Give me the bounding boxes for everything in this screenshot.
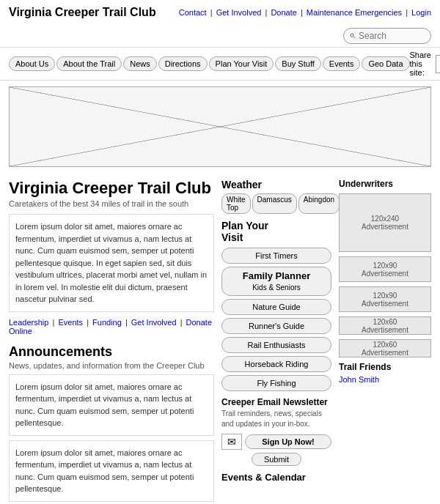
plan-btn-horseback-riding[interactable]: Horseback Riding [221,356,331,372]
site-title: Virginia Creeper Trail Club [9,6,156,19]
announcements-title: Announcements [9,344,214,360]
weather-title: Weather [221,179,331,190]
plan-btn-family-planner[interactable]: Family PlannerKids & Seniors [221,267,331,296]
header-links: Contact | Get Involved | Donate | Mainte… [179,8,431,17]
svg-line-1 [353,37,355,38]
right-column: Underwriters 120x240Advertisement 120x90… [339,179,431,504]
announcement-2: Lorem ipsum dolor sit amet, maiores orna… [9,440,214,502]
left-column: Virginia Creeper Trail Club Caretakers o… [9,179,214,504]
main-content: Virginia Creeper Trail Club Caretakers o… [0,173,440,504]
email-icon: ✉ [221,434,242,450]
plan-btn-first-timers[interactable]: First Timers [221,248,331,264]
plan-btn-runners-guide[interactable]: Runner's Guide [221,318,331,334]
tab-about-us[interactable]: About Us [9,56,55,71]
get-involved-link2[interactable]: Get Involved [131,318,177,327]
nav-tabs: About Us About the Trail News Directions… [9,56,410,71]
plan-btn-nature-guide[interactable]: Nature Guide [221,299,331,315]
events-calendar-title: Events & Calendar [221,472,331,483]
hero-banner [9,86,431,167]
main-body-text: Lorem ipsum dolor sit amet, maiores orna… [9,214,214,312]
share-label: Share this site: [410,51,431,77]
search-input[interactable] [359,31,425,41]
maintenance-link[interactable]: Maintenance Emergencies [307,8,402,17]
trail-friends-title: Trail Friends [339,362,431,372]
login-link[interactable]: Login [411,8,431,17]
main-links-row: Leadership | Events | Funding | Get Invo… [9,318,214,336]
donate-link[interactable]: Donate [271,8,296,17]
announcements-sub: News, updates, and information from the … [9,361,214,370]
main-section-title: Virginia Creeper Trail Club [9,179,214,198]
newsletter-sub: Trail reminders, news, specials and upda… [221,409,331,429]
tab-plan-visit[interactable]: Plan Your Visit [209,56,274,71]
plan-btn-rail-enthusiasts[interactable]: Rail Enthusiasts [221,337,331,353]
share-button[interactable]: ← [436,55,440,73]
tab-geo-data[interactable]: Geo Data [362,56,409,71]
plan-your-visit-title: Plan YourVisit [221,220,331,243]
submit-button[interactable]: Submit [252,453,301,466]
share-section: Share this site: ← [410,51,440,77]
get-involved-link[interactable]: Get Involved [216,8,262,17]
trail-friend-john-smith[interactable]: John Smith [339,375,431,384]
svg-point-0 [351,34,353,37]
main-section-subtitle: Caretakers of the best 34 miles of trail… [9,199,214,208]
ad-120x60-1: 120x60Advertisement [339,316,431,335]
weather-tab-abingdon[interactable]: Abingdon [298,193,340,214]
funding-link[interactable]: Funding [92,318,122,327]
weather-tabs: White Top Damascus Abingdon [221,193,331,214]
ad-120x90-1: 120x90Advertisement [339,256,431,282]
leadership-link[interactable]: Leadership [9,318,48,327]
ad-120x240: 120x240Advertisement [339,193,431,252]
ad-120x60-2: 120x60Advertisement [339,339,431,357]
underwriters-title: Underwriters [339,179,431,189]
tab-about-trail[interactable]: About the Trail [56,56,122,71]
weather-tab-whitetop[interactable]: White Top [221,193,251,214]
header: Virginia Creeper Trail Club Contact | Ge… [0,0,440,25]
tab-directions[interactable]: Directions [158,56,208,71]
search-box [343,28,431,44]
newsletter-signup-row: ✉ Sign Up Now! [221,434,331,450]
newsletter-section: Creeper Email Newsletter Trail reminders… [221,397,331,466]
plan-btn-fly-fishing[interactable]: Fly Fishing [221,375,331,391]
signup-button[interactable]: Sign Up Now! [245,434,331,449]
tab-buy-stuff[interactable]: Buy Stuff [275,56,320,71]
search-row [0,25,440,47]
announcement-1: Lorem ipsum dolor sit amet, maiores orna… [9,374,214,436]
ad-120x90-2: 120x90Advertisement [339,286,431,312]
tab-events[interactable]: Events [323,56,361,71]
weather-tab-damascus[interactable]: Damascus [252,193,297,214]
newsletter-title: Creeper Email Newsletter [221,397,331,407]
middle-column: Weather White Top Damascus Abingdon Plan… [221,179,331,504]
search-icon [350,31,356,41]
contact-link[interactable]: Contact [179,8,207,17]
events-link[interactable]: Events [58,318,83,327]
tab-news[interactable]: News [123,56,157,71]
nav-row: About Us About the Trail News Directions… [0,47,440,81]
